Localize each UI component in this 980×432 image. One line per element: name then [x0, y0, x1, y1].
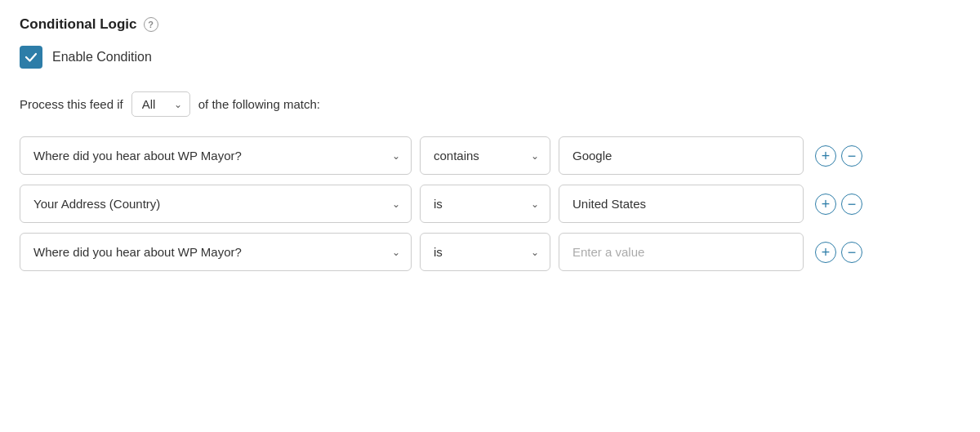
- remove-condition-button[interactable]: −: [841, 194, 862, 215]
- field-select[interactable]: Where did you hear about WP Mayor?Your A…: [20, 185, 412, 223]
- field-select[interactable]: Where did you hear about WP Mayor?Your A…: [20, 233, 412, 271]
- all-any-select[interactable]: All Any: [131, 91, 190, 117]
- process-feed-suffix: of the following match:: [198, 97, 320, 111]
- value-input-wrapper: [559, 185, 804, 223]
- all-any-select-wrapper: All Any ⌄: [131, 91, 190, 117]
- field-select-wrapper: Where did you hear about WP Mayor?Your A…: [20, 185, 412, 223]
- field-select-wrapper: Where did you hear about WP Mayor?Your A…: [20, 233, 412, 271]
- help-icon[interactable]: ?: [144, 17, 158, 32]
- operator-select-wrapper: containsisis notstarts withends with⌄: [420, 185, 550, 223]
- operator-select[interactable]: containsisis notstarts withends with: [420, 233, 550, 271]
- section-title: Conditional Logic: [20, 16, 137, 33]
- add-condition-button[interactable]: +: [815, 242, 836, 263]
- field-select-wrapper: Where did you hear about WP Mayor?Your A…: [20, 136, 412, 175]
- operator-select[interactable]: containsisis notstarts withends with: [420, 185, 550, 223]
- operator-select[interactable]: containsisis notstarts withends with: [420, 136, 550, 175]
- row-actions: +−: [815, 194, 862, 215]
- operator-select-wrapper: containsisis notstarts withends with⌄: [420, 233, 550, 271]
- condition-row: Where did you hear about WP Mayor?Your A…: [20, 233, 960, 271]
- value-input-wrapper: [559, 233, 804, 271]
- process-feed-prefix: Process this feed if: [20, 97, 123, 111]
- value-input-wrapper: [559, 136, 804, 175]
- process-feed-row: Process this feed if All Any ⌄ of the fo…: [20, 91, 960, 117]
- remove-condition-button[interactable]: −: [841, 242, 862, 263]
- value-input[interactable]: [559, 233, 804, 271]
- enable-condition-label: Enable Condition: [52, 50, 152, 65]
- value-input[interactable]: [559, 185, 804, 223]
- operator-select-wrapper: containsisis notstarts withends with⌄: [420, 136, 550, 175]
- value-input[interactable]: [559, 136, 804, 175]
- add-condition-button[interactable]: +: [815, 145, 836, 167]
- enable-condition-checkbox[interactable]: [20, 46, 42, 69]
- remove-condition-button[interactable]: −: [841, 145, 862, 167]
- row-actions: +−: [815, 145, 862, 167]
- add-condition-button[interactable]: +: [815, 194, 836, 215]
- field-select[interactable]: Where did you hear about WP Mayor?Your A…: [20, 136, 412, 175]
- checkmark-icon: [24, 51, 38, 64]
- condition-row: Where did you hear about WP Mayor?Your A…: [20, 185, 960, 223]
- condition-row: Where did you hear about WP Mayor?Your A…: [20, 136, 960, 175]
- conditions-area: Where did you hear about WP Mayor?Your A…: [20, 136, 960, 271]
- enable-condition-row: Enable Condition: [20, 46, 960, 69]
- row-actions: +−: [815, 242, 862, 263]
